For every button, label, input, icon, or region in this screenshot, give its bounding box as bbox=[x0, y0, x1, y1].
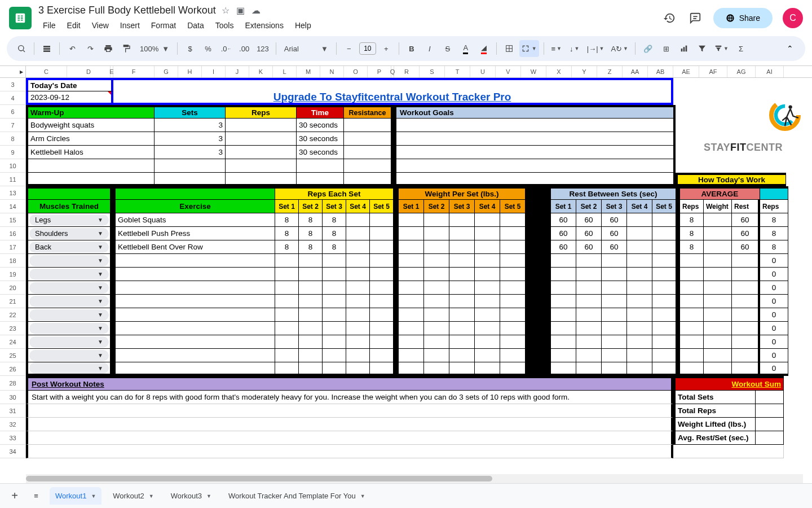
cell[interactable]: ▼ bbox=[26, 322, 111, 335]
cell[interactable] bbox=[346, 308, 370, 322]
muscle-dropdown[interactable]: ▼ bbox=[29, 255, 109, 266]
cell[interactable] bbox=[275, 308, 299, 322]
cell[interactable] bbox=[756, 431, 784, 445]
cell[interactable] bbox=[500, 281, 526, 295]
cell[interactable] bbox=[500, 295, 526, 308]
cell[interactable] bbox=[275, 254, 299, 268]
cell[interactable] bbox=[760, 186, 788, 200]
cell[interactable] bbox=[500, 254, 526, 268]
cell[interactable] bbox=[394, 308, 399, 322]
cell[interactable] bbox=[113, 78, 673, 91]
cell[interactable] bbox=[370, 362, 394, 376]
sheet-tab[interactable]: Workout Tracker And Template For You▼ bbox=[223, 487, 371, 505]
cell[interactable] bbox=[391, 173, 396, 186]
cell[interactable]: Set 3 bbox=[602, 200, 627, 213]
percent-icon[interactable]: % bbox=[200, 40, 216, 57]
cell[interactable]: 30 seconds bbox=[297, 119, 344, 132]
bold-icon[interactable]: B bbox=[404, 40, 420, 57]
cell[interactable] bbox=[732, 295, 760, 308]
cell[interactable] bbox=[627, 322, 652, 335]
cell[interactable]: Reps Each Set bbox=[275, 186, 394, 200]
col-header[interactable]: G bbox=[155, 66, 178, 77]
cell[interactable] bbox=[226, 132, 297, 146]
cell[interactable] bbox=[652, 227, 678, 240]
cell[interactable] bbox=[275, 281, 299, 295]
cell[interactable] bbox=[299, 254, 323, 268]
cell[interactable] bbox=[399, 362, 424, 376]
functions-icon[interactable]: Σ bbox=[733, 40, 749, 57]
col-header[interactable]: S bbox=[420, 66, 445, 77]
cell[interactable] bbox=[344, 119, 391, 132]
upgrade-link[interactable]: Upgrade To Stayfitcentral Workout Tracke… bbox=[273, 91, 511, 103]
cell[interactable]: 3 bbox=[155, 119, 226, 132]
filter-icon[interactable] bbox=[694, 40, 710, 57]
cell[interactable] bbox=[111, 349, 116, 362]
sheet-tab[interactable]: Workout3▼ bbox=[165, 487, 217, 505]
cell[interactable] bbox=[26, 445, 673, 458]
cell[interactable] bbox=[424, 362, 449, 376]
cell[interactable] bbox=[627, 349, 652, 362]
muscle-dropdown[interactable]: ▼ bbox=[29, 350, 109, 361]
cell[interactable] bbox=[275, 362, 299, 376]
cell[interactable] bbox=[424, 254, 449, 268]
cell[interactable]: Set 4 bbox=[627, 200, 652, 213]
cell[interactable] bbox=[500, 308, 526, 322]
cell[interactable]: ▼ bbox=[26, 281, 111, 295]
col-header[interactable]: D bbox=[67, 66, 111, 77]
spreadsheet-grid[interactable]: ▶ CDEFGHIJKLMNOPQRSTUVWXYZAAABAEAFAGAI 3… bbox=[0, 65, 812, 483]
muscle-dropdown[interactable]: ▼ bbox=[29, 362, 109, 374]
cell[interactable]: Back▼ bbox=[26, 240, 111, 254]
cell[interactable]: Upgrade To Stayfitcentral Workout Tracke… bbox=[113, 91, 673, 105]
cell[interactable] bbox=[26, 404, 673, 418]
cell[interactable] bbox=[299, 268, 323, 281]
cell[interactable] bbox=[652, 335, 678, 349]
cell[interactable] bbox=[391, 146, 396, 159]
cell[interactable] bbox=[424, 227, 449, 240]
cell[interactable] bbox=[275, 322, 299, 335]
cell[interactable] bbox=[449, 322, 475, 335]
cell[interactable]: Weight bbox=[704, 200, 732, 213]
cell[interactable]: 8 bbox=[323, 240, 346, 254]
cell[interactable]: ▼ bbox=[26, 362, 111, 376]
cell[interactable] bbox=[344, 132, 391, 146]
cell[interactable] bbox=[652, 281, 678, 295]
cell[interactable] bbox=[26, 431, 673, 445]
col-header[interactable]: R bbox=[394, 66, 420, 77]
cell[interactable] bbox=[346, 295, 370, 308]
font-size-input[interactable]: 10 bbox=[359, 42, 376, 55]
cell[interactable] bbox=[370, 240, 394, 254]
cell[interactable] bbox=[475, 308, 500, 322]
cell[interactable] bbox=[678, 308, 704, 322]
row-header[interactable]: 21 bbox=[0, 295, 26, 308]
cell[interactable]: Post Workout Notes bbox=[26, 376, 673, 391]
cell[interactable]: 60 bbox=[576, 240, 602, 254]
cell[interactable]: 0 bbox=[760, 322, 788, 335]
row-header[interactable]: 7 bbox=[0, 119, 26, 132]
cell[interactable] bbox=[551, 349, 576, 362]
sheets-app-icon[interactable] bbox=[9, 7, 32, 29]
cell[interactable]: Resistance bbox=[344, 105, 391, 119]
cell[interactable]: ▼ bbox=[26, 268, 111, 281]
cell[interactable] bbox=[399, 281, 424, 295]
col-header[interactable]: M bbox=[297, 66, 320, 77]
move-icon[interactable]: ▣ bbox=[236, 5, 245, 16]
cell[interactable] bbox=[500, 227, 526, 240]
menu-extensions[interactable]: Extensions bbox=[240, 19, 288, 32]
cell[interactable] bbox=[399, 295, 424, 308]
cell[interactable]: ▼ bbox=[26, 254, 111, 268]
cell[interactable]: ▼ bbox=[26, 335, 111, 349]
cell[interactable] bbox=[475, 254, 500, 268]
cell[interactable] bbox=[526, 362, 551, 376]
cell[interactable] bbox=[346, 281, 370, 295]
menu-data[interactable]: Data bbox=[183, 19, 209, 32]
cell[interactable] bbox=[526, 240, 551, 254]
cell[interactable] bbox=[678, 268, 704, 281]
cell[interactable] bbox=[449, 254, 475, 268]
cell[interactable]: Weight Per Set (lbs.) bbox=[399, 186, 526, 200]
cell[interactable] bbox=[323, 362, 346, 376]
v-align-icon[interactable]: ↓▼ bbox=[567, 40, 582, 57]
cell[interactable] bbox=[678, 281, 704, 295]
menu-view[interactable]: View bbox=[87, 19, 113, 32]
cell[interactable] bbox=[116, 268, 275, 281]
cell[interactable] bbox=[526, 281, 551, 295]
